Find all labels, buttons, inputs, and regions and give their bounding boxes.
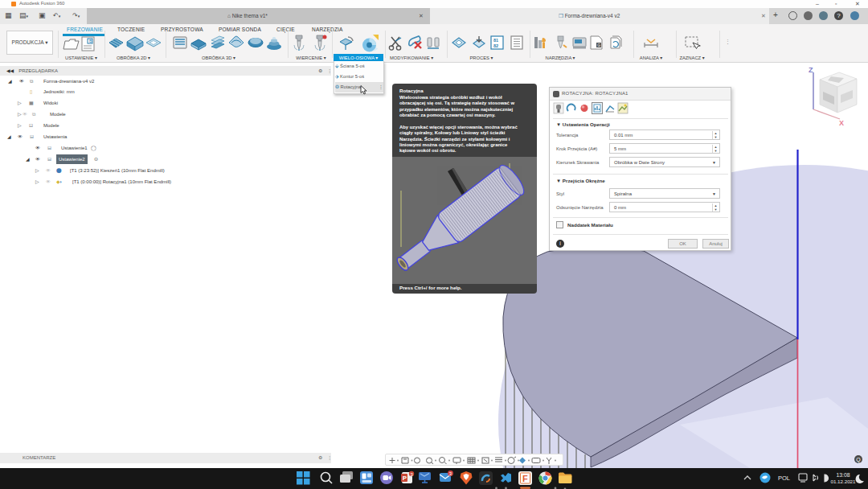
svg-text:F: F — [522, 474, 528, 483]
svg-text:13:08: 13:08 — [836, 472, 850, 478]
svg-text:P: P — [403, 475, 407, 482]
svg-text:POL: POL — [778, 475, 790, 482]
svg-text:82: 82 — [493, 43, 498, 48]
svg-text:Z: Z — [809, 66, 813, 74]
svg-text:01.12.2021: 01.12.2021 — [831, 479, 857, 484]
svg-text:G: G — [597, 43, 600, 47]
svg-text:81: 81 — [493, 38, 498, 43]
svg-text:X: X — [839, 119, 844, 127]
svg-text:Q: Q — [856, 457, 861, 463]
